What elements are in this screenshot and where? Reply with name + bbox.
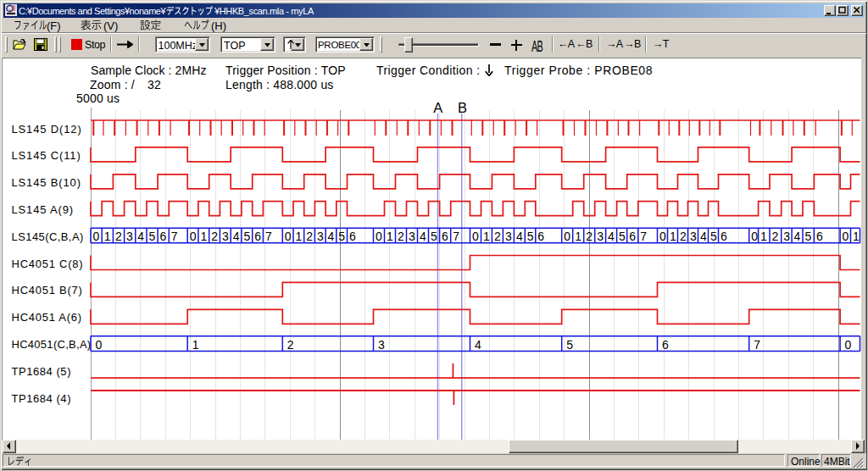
svg-text:2: 2 [772, 230, 779, 243]
svg-text:1: 1 [760, 230, 767, 243]
svg-text:6: 6 [816, 230, 823, 243]
svg-text:3: 3 [783, 230, 790, 243]
svg-text:0: 0 [751, 230, 758, 243]
svg-text:6: 6 [160, 230, 167, 243]
svg-text:A: A [433, 100, 442, 115]
svg-text:6: 6 [721, 230, 727, 243]
svg-text:0: 0 [472, 230, 479, 243]
svg-text:7: 7 [640, 230, 647, 243]
svg-text:6: 6 [349, 230, 356, 243]
svg-text:0: 0 [564, 230, 570, 243]
svg-text:4: 4 [794, 230, 801, 243]
svg-text:4: 4 [608, 230, 615, 243]
svg-text:LS145(C,B,A): LS145(C,B,A) [12, 230, 84, 243]
svg-text:4: 4 [233, 230, 240, 243]
svg-text:0: 0 [843, 230, 849, 243]
svg-text:4: 4 [420, 230, 426, 243]
svg-text:5: 5 [431, 230, 437, 243]
svg-text:3: 3 [505, 230, 512, 243]
svg-text:2: 2 [306, 230, 313, 243]
svg-text:0: 0 [93, 230, 100, 243]
svg-text:5: 5 [243, 230, 250, 243]
svg-text:0: 0 [659, 230, 666, 243]
svg-text:5: 5 [149, 230, 156, 243]
svg-text:1: 1 [387, 230, 393, 243]
svg-text:1: 1 [200, 230, 207, 243]
svg-text:4: 4 [700, 230, 707, 243]
svg-text:HC4051 C(8): HC4051 C(8) [12, 258, 84, 270]
svg-text:5: 5 [805, 230, 812, 243]
svg-text:HC4051 B(7): HC4051 B(7) [12, 284, 83, 296]
svg-text:B: B [458, 100, 467, 115]
svg-text:2: 2 [398, 230, 404, 243]
svg-text:3: 3 [222, 230, 229, 243]
svg-text:3: 3 [409, 230, 415, 243]
svg-text:4: 4 [328, 230, 335, 243]
svg-text:2: 2 [287, 338, 294, 352]
svg-text:LS145 C(11): LS145 C(11) [12, 149, 81, 162]
svg-text:0: 0 [96, 338, 103, 352]
svg-text:6: 6 [662, 338, 669, 352]
svg-text:3: 3 [378, 338, 385, 352]
svg-text:5: 5 [338, 230, 345, 243]
svg-text:7: 7 [171, 230, 178, 243]
svg-text:TP1684 (4): TP1684 (4) [12, 392, 72, 405]
svg-text:1: 1 [483, 230, 490, 243]
svg-text:2: 2 [494, 230, 501, 243]
svg-text:0: 0 [376, 230, 382, 243]
svg-text:4: 4 [137, 230, 144, 243]
svg-text:5: 5 [566, 338, 573, 352]
svg-text:1: 1 [192, 338, 199, 352]
svg-text:3: 3 [597, 230, 604, 243]
svg-text:5: 5 [619, 230, 626, 243]
svg-text:3: 3 [126, 230, 133, 243]
svg-text:6: 6 [537, 230, 544, 243]
svg-text:TP1684 (5): TP1684 (5) [12, 365, 72, 378]
svg-text:3: 3 [317, 230, 324, 243]
svg-text:5: 5 [527, 230, 534, 243]
svg-text:6: 6 [442, 230, 448, 243]
svg-text:LS145 D(12): LS145 D(12) [12, 123, 82, 136]
svg-text:1: 1 [853, 230, 860, 243]
svg-text:1: 1 [575, 230, 581, 243]
svg-text:LS145 A(9): LS145 A(9) [12, 203, 75, 216]
svg-text:3: 3 [690, 230, 697, 243]
svg-text:1: 1 [670, 230, 676, 243]
svg-text:1: 1 [104, 230, 111, 243]
svg-text:7: 7 [754, 338, 760, 352]
svg-text:7: 7 [453, 230, 459, 243]
svg-text:5: 5 [710, 230, 717, 243]
svg-text:1: 1 [296, 230, 303, 243]
svg-text:2: 2 [115, 230, 122, 243]
svg-text:LS145 B(10): LS145 B(10) [12, 176, 81, 189]
svg-text:2: 2 [680, 230, 687, 243]
svg-text:HC4051 A(6): HC4051 A(6) [12, 311, 82, 324]
svg-text:0: 0 [190, 230, 197, 243]
svg-text:6: 6 [254, 230, 261, 243]
svg-text:HC4051(C,B,A): HC4051(C,B,A) [12, 338, 92, 351]
svg-text:4: 4 [516, 230, 523, 243]
svg-text:0: 0 [285, 230, 292, 243]
svg-text:4: 4 [475, 338, 481, 352]
svg-text:2: 2 [211, 230, 218, 243]
svg-text:0: 0 [845, 338, 852, 352]
svg-text:6: 6 [629, 230, 636, 243]
svg-text:2: 2 [586, 230, 593, 243]
svg-text:7: 7 [265, 230, 272, 243]
